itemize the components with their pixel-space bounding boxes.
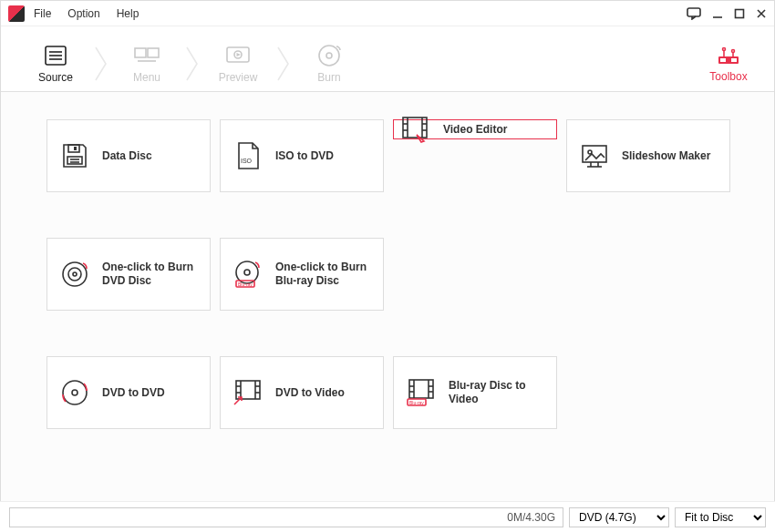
maximize-button[interactable] [734, 8, 745, 19]
card-label: One-click to Burn DVD Disc [102, 261, 199, 288]
floppy-icon [58, 139, 91, 172]
card-dvd-to-video[interactable]: DVD to Video [220, 356, 384, 429]
card-bluray-to-video[interactable]: Blu-ray Blu-ray Disc to Video [393, 356, 557, 429]
toolbox-panel: Data Disc ISO ISO to DVD Video Editor Sl… [1, 92, 774, 502]
svg-point-15 [319, 46, 339, 66]
svg-point-43 [68, 268, 81, 281]
video-editor-icon [399, 113, 432, 146]
step-preview[interactable]: Preview [202, 36, 274, 91]
window-controls [687, 7, 767, 20]
card-dvd-to-dvd[interactable]: DVD to DVD [46, 356, 211, 429]
fit-select[interactable]: Fit to Disc [675, 507, 766, 527]
titlebar: File Option Help [1, 1, 774, 26]
card-one-click-dvd[interactable]: One-click to Burn DVD Disc [46, 238, 211, 311]
card-label: DVD to DVD [102, 386, 165, 400]
progress-text: 0M/4.30G [507, 511, 555, 524]
card-label: Blu-ray Disc to Video [449, 379, 545, 406]
svg-point-19 [723, 47, 726, 50]
toolbox-icon [717, 46, 740, 68]
svg-point-38 [588, 150, 592, 154]
svg-point-42 [63, 262, 87, 286]
disc-burn-icon [58, 258, 91, 291]
burn-icon [317, 44, 341, 67]
main-menu: File Option Help [34, 7, 139, 20]
svg-marker-14 [237, 53, 242, 56]
svg-text:Blu-ray: Blu-ray [238, 281, 253, 287]
svg-text:ISO: ISO [241, 158, 253, 164]
bluray-burn-icon: Blu-ray [232, 258, 264, 291]
menu-step-icon [134, 44, 160, 67]
toolbox-label: Toolbox [709, 70, 747, 83]
card-label: DVD to Video [275, 386, 345, 400]
slideshow-icon [578, 139, 611, 172]
svg-point-49 [63, 381, 87, 404]
source-icon [44, 44, 67, 67]
status-bar: 0M/4.30G DVD (4.7G) Fit to Disc [0, 501, 775, 532]
card-label: One-click to Burn Blu-ray Disc [275, 261, 372, 288]
step-source-label: Source [38, 71, 73, 84]
preview-icon [225, 44, 251, 67]
step-burn-label: Burn [317, 71, 340, 84]
menu-file[interactable]: File [34, 7, 51, 20]
feedback-icon[interactable] [687, 7, 701, 20]
step-menu-label: Menu [133, 71, 160, 84]
svg-rect-30 [403, 118, 427, 138]
svg-point-44 [73, 272, 77, 276]
card-label: Video Editor [443, 123, 507, 137]
close-button[interactable] [756, 8, 767, 19]
svg-rect-51 [236, 381, 260, 399]
svg-rect-2 [736, 9, 744, 17]
svg-text:Blu-ray: Blu-ray [409, 400, 424, 405]
svg-rect-9 [135, 48, 146, 57]
bluray-to-video-icon: Blu-ray [405, 376, 438, 409]
svg-rect-58 [409, 380, 433, 398]
progress-box: 0M/4.30G [9, 507, 563, 527]
step-burn[interactable]: Burn [293, 36, 366, 91]
step-chevron [92, 36, 110, 91]
card-label: Slideshow Maker [622, 149, 710, 163]
svg-point-50 [72, 390, 78, 395]
svg-rect-25 [74, 147, 77, 150]
step-chevron [274, 36, 293, 91]
svg-point-46 [244, 270, 250, 275]
step-chevron [183, 36, 202, 91]
menu-help[interactable]: Help [117, 7, 140, 20]
card-data-disc[interactable]: Data Disc [46, 119, 211, 192]
svg-point-16 [326, 53, 332, 58]
dvd-to-video-icon [232, 376, 264, 409]
app-logo [8, 5, 25, 22]
card-label: ISO to DVD [275, 149, 334, 163]
step-source[interactable]: Source [19, 36, 92, 91]
card-one-click-bluray[interactable]: Blu-ray One-click to Burn Blu-ray Disc [220, 238, 384, 311]
svg-point-21 [732, 49, 735, 52]
svg-rect-26 [67, 157, 82, 164]
card-iso-to-dvd[interactable]: ISO ISO to DVD [220, 119, 384, 192]
step-menu[interactable]: Menu [110, 36, 183, 91]
svg-rect-23 [731, 58, 737, 62]
svg-rect-22 [720, 58, 726, 62]
tool-grid: Data Disc ISO ISO to DVD Video Editor Sl… [46, 119, 728, 429]
disc-type-select[interactable]: DVD (4.7G) [569, 507, 669, 527]
card-video-editor[interactable]: Video Editor [393, 119, 557, 139]
menu-option[interactable]: Option [67, 7, 99, 20]
step-preview-label: Preview [219, 71, 258, 84]
svg-rect-10 [148, 48, 159, 57]
iso-file-icon: ISO [232, 139, 264, 172]
svg-rect-0 [687, 8, 700, 16]
step-bar: Source Menu Preview Burn Toolbox [1, 26, 774, 92]
disc-copy-icon [58, 376, 91, 409]
minimize-button[interactable] [712, 8, 723, 19]
toolbox-button[interactable]: Toolbox [701, 36, 756, 91]
card-slideshow-maker[interactable]: Slideshow Maker [566, 119, 730, 192]
card-label: Data Disc [102, 149, 152, 163]
